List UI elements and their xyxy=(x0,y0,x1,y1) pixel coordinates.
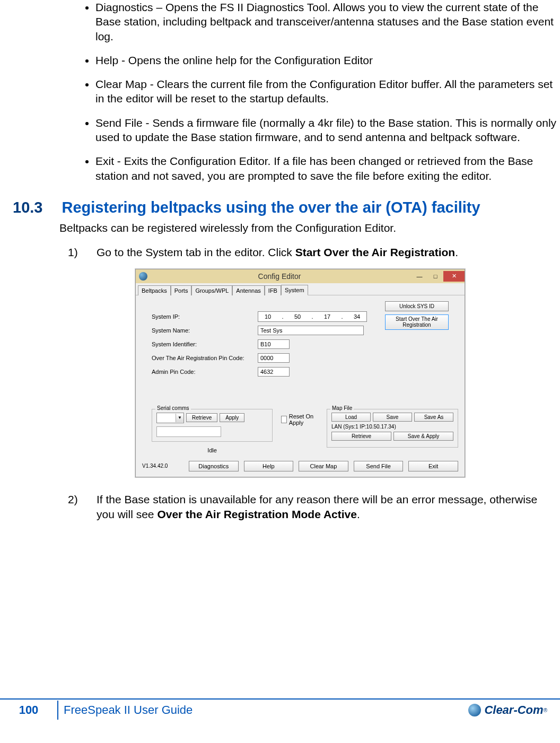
system-identifier-input[interactable]: B10 xyxy=(258,339,290,349)
section-heading: 10.3 Registering beltpacks using the ove… xyxy=(13,199,560,216)
globe-icon xyxy=(468,704,481,716)
serial-retrieve-button[interactable]: Retrieve xyxy=(186,413,217,422)
step-bold: Over the Air Registration Mode Active xyxy=(157,508,357,520)
bullet-item: Send File - Sends a firmware file (norma… xyxy=(95,116,560,145)
serial-port-dropdown[interactable]: ▼ xyxy=(156,413,184,423)
map-retrieve-button[interactable]: Retrieve xyxy=(331,432,391,441)
system-ip-label: System IP: xyxy=(152,313,258,320)
ip-octet-1[interactable]: 10 xyxy=(260,313,275,320)
intro-bullet-list: Diagnostics – Opens the FS II Diagnostic… xyxy=(0,0,560,183)
step-number: 2) xyxy=(68,492,89,507)
window-titlebar: Config Editor — □ ✕ xyxy=(136,269,465,283)
page-number: 100 xyxy=(0,701,58,720)
unlock-sys-id-button[interactable]: Unlock SYS ID xyxy=(385,301,449,311)
system-ip-input[interactable]: 10. 50. 17. 34 xyxy=(258,311,367,322)
help-button[interactable]: Help xyxy=(244,461,294,471)
map-save-as-button[interactable]: Save As xyxy=(414,413,453,422)
ota-pin-label: Over The Air Registration Pin Code: xyxy=(152,355,258,361)
tab-groups-wpl[interactable]: Groups/WPL xyxy=(191,285,232,295)
serial-status-field xyxy=(156,426,221,437)
reset-on-apply-checkbox[interactable] xyxy=(281,416,287,423)
section-title: Registering beltpacks using the over the… xyxy=(62,199,480,216)
serial-apply-button[interactable]: Apply xyxy=(220,413,244,422)
step-1: 1) Go to the System tab in the editor. C… xyxy=(68,245,555,260)
system-name-input[interactable]: Test Sys xyxy=(258,326,364,335)
admin-pin-label: Admin Pin Code: xyxy=(152,369,258,375)
app-icon xyxy=(139,272,147,281)
system-name-label: System Name: xyxy=(152,327,258,334)
tab-ifb[interactable]: IFB xyxy=(265,285,281,295)
send-file-button[interactable]: Send File xyxy=(354,461,404,471)
ip-octet-4[interactable]: 34 xyxy=(349,313,364,320)
serial-idle-status: Idle xyxy=(152,447,273,453)
registered-mark: ® xyxy=(544,707,547,713)
step-bold: Start Over the Air Registration xyxy=(295,246,455,258)
tab-antennas[interactable]: Antennas xyxy=(232,285,264,295)
map-save-apply-button[interactable]: Save & Apply xyxy=(393,432,453,441)
reset-on-apply-label: Reset On Apply xyxy=(289,413,318,426)
map-load-button[interactable]: Load xyxy=(331,413,371,422)
admin-pin-input[interactable]: 4632 xyxy=(258,367,290,377)
map-save-button[interactable]: Save xyxy=(373,413,412,422)
serial-comms-title: Serial comms xyxy=(155,405,191,411)
close-button[interactable]: ✕ xyxy=(443,271,465,282)
bullet-item: Exit - Exits the Configuration Editor. I… xyxy=(95,154,560,183)
window-title: Config Editor xyxy=(147,272,412,281)
tab-bar: Beltpacks Ports Groups/WPL Antennas IFB … xyxy=(136,283,465,295)
tab-beltpacks[interactable]: Beltpacks xyxy=(138,285,171,295)
exit-button[interactable]: Exit xyxy=(408,461,458,471)
map-lan-info: LAN (Sys:1 IP:10.50.17.34) xyxy=(331,424,453,430)
map-file-group: Map File Load Save Save As LAN (Sys:1 IP… xyxy=(327,409,458,448)
maximize-button[interactable]: □ xyxy=(427,271,443,282)
ip-octet-3[interactable]: 17 xyxy=(320,313,335,320)
bullet-item: Help - Opens the online help for the Con… xyxy=(95,53,560,67)
serial-comms-group: Serial comms ▼ Retrieve Apply xyxy=(152,409,273,442)
section-number: 10.3 xyxy=(13,199,42,216)
system-identifier-label: System Identifier: xyxy=(152,341,258,347)
start-ota-registration-button[interactable]: Start Over The Air Registration xyxy=(385,314,449,330)
map-file-title: Map File xyxy=(330,405,354,411)
step-post: . xyxy=(357,508,360,520)
config-editor-screenshot: Config Editor — □ ✕ Beltpacks Ports Grou… xyxy=(135,269,465,477)
minimize-button[interactable]: — xyxy=(412,271,427,282)
footer-logo-text: Clear-Com xyxy=(484,703,543,717)
bullet-item: Diagnostics – Opens the FS II Diagnostic… xyxy=(95,0,560,43)
version-label: V1.34.42.0 xyxy=(142,463,183,469)
ip-octet-2[interactable]: 50 xyxy=(290,313,305,320)
page-footer: 100 FreeSpeak II User Guide Clear-Com ® xyxy=(0,698,560,721)
diagnostics-button[interactable]: Diagnostics xyxy=(189,461,239,471)
step-post: . xyxy=(455,246,458,258)
section-intro: Beltpacks can be registered wirelessly f… xyxy=(59,221,555,235)
tab-ports[interactable]: Ports xyxy=(171,285,192,295)
bullet-item: Clear Map - Clears the current file from… xyxy=(95,77,560,106)
tab-system[interactable]: System xyxy=(281,285,308,295)
footer-title: FreeSpeak II User Guide xyxy=(58,703,468,717)
step-number: 1) xyxy=(68,245,89,260)
step-2: 2) If the Base station is unavailable fo… xyxy=(68,492,555,522)
ota-pin-input[interactable]: 0000 xyxy=(258,353,290,363)
clear-map-button[interactable]: Clear Map xyxy=(299,461,348,471)
chevron-down-icon: ▼ xyxy=(176,414,183,422)
step-text: Go to the System tab in the editor. Clic… xyxy=(97,246,295,258)
footer-logo: Clear-Com ® xyxy=(468,703,560,717)
